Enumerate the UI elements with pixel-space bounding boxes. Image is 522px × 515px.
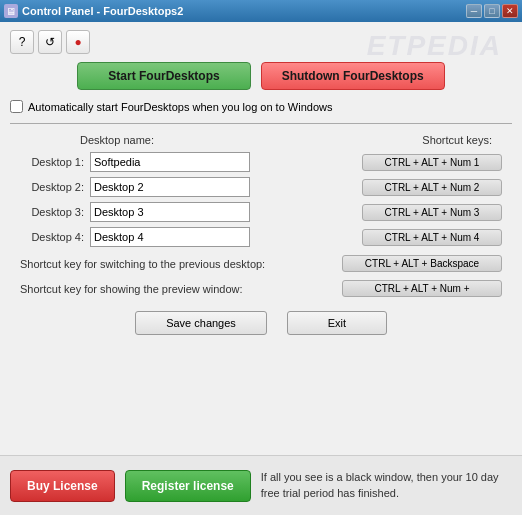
desktop-name-input-1[interactable] [90, 152, 250, 172]
desktop-row: Desktop 3:CTRL + ALT + Num 3 [20, 202, 502, 222]
header-shortcut: Shortcut keys: [422, 134, 492, 146]
top-buttons: Start FourDesktops Shutdown FourDesktops [10, 62, 512, 90]
desktop-row: Desktop 4:CTRL + ALT + Num 4 [20, 227, 502, 247]
titlebar-left: 🖥 Control Panel - FourDesktops2 [4, 4, 183, 18]
titlebar: 🖥 Control Panel - FourDesktops2 ─ □ ✕ [0, 0, 522, 22]
buy-license-button[interactable]: Buy License [10, 470, 115, 502]
shortcut-info-button-2[interactable]: CTRL + ALT + Num + [342, 280, 502, 297]
desktop-label-2: Desktop 2: [20, 181, 90, 193]
close-button[interactable]: ✕ [502, 4, 518, 18]
desktop-label-4: Desktop 4: [20, 231, 90, 243]
desktop-label-3: Desktop 3: [20, 206, 90, 218]
app-icon: 🖥 [4, 4, 18, 18]
desktop-label-1: Desktop 1: [20, 156, 90, 168]
autostart-row: Automatically start FourDesktops when yo… [10, 100, 512, 113]
desktop-rows: Desktop 1:CTRL + ALT + Num 1Desktop 2:CT… [20, 152, 502, 247]
divider [10, 123, 512, 124]
shortcut-info-button-1[interactable]: CTRL + ALT + Backspace [342, 255, 502, 272]
stop-button[interactable]: ● [66, 30, 90, 54]
register-license-button[interactable]: Register license [125, 470, 251, 502]
shortcut-info-row-2: Shortcut key for showing the preview win… [10, 280, 512, 297]
toolbar: ? ↺ ● [10, 30, 512, 54]
titlebar-controls: ─ □ ✕ [466, 4, 518, 18]
main-panel: ? ↺ ● Start FourDesktops Shutdown FourDe… [0, 22, 522, 455]
autostart-label: Automatically start FourDesktops when yo… [28, 101, 332, 113]
shortcut-info-label-1: Shortcut key for switching to the previo… [20, 258, 342, 270]
shortcut-info-rows: Shortcut key for switching to the previo… [10, 255, 512, 297]
bottom-bar: Buy License Register license If all you … [0, 455, 522, 515]
shortcut-button-1[interactable]: CTRL + ALT + Num 1 [362, 154, 502, 171]
titlebar-title: Control Panel - FourDesktops2 [22, 5, 183, 17]
trial-info-text: If all you see is a black window, then y… [261, 470, 512, 501]
shortcut-info-label-2: Shortcut key for showing the preview win… [20, 283, 342, 295]
desktop-area: Desktop name: Shortcut keys: Desktop 1:C… [10, 134, 512, 247]
desktop-table-header: Desktop name: Shortcut keys: [20, 134, 502, 146]
shutdown-fourdesktops-button[interactable]: Shutdown FourDesktops [261, 62, 445, 90]
desktop-name-input-2[interactable] [90, 177, 250, 197]
autostart-checkbox[interactable] [10, 100, 23, 113]
desktop-name-input-4[interactable] [90, 227, 250, 247]
header-name: Desktop name: [80, 134, 154, 146]
refresh-button[interactable]: ↺ [38, 30, 62, 54]
minimize-button[interactable]: ─ [466, 4, 482, 18]
exit-button[interactable]: Exit [287, 311, 387, 335]
shortcut-button-3[interactable]: CTRL + ALT + Num 3 [362, 204, 502, 221]
action-buttons: Save changes Exit [10, 311, 512, 335]
shortcut-info-row-1: Shortcut key for switching to the previo… [10, 255, 512, 272]
desktop-row: Desktop 2:CTRL + ALT + Num 2 [20, 177, 502, 197]
save-changes-button[interactable]: Save changes [135, 311, 267, 335]
help-button[interactable]: ? [10, 30, 34, 54]
start-fourdesktops-button[interactable]: Start FourDesktops [77, 62, 250, 90]
shortcut-button-2[interactable]: CTRL + ALT + Num 2 [362, 179, 502, 196]
shortcut-button-4[interactable]: CTRL + ALT + Num 4 [362, 229, 502, 246]
maximize-button[interactable]: □ [484, 4, 500, 18]
desktop-row: Desktop 1:CTRL + ALT + Num 1 [20, 152, 502, 172]
desktop-name-input-3[interactable] [90, 202, 250, 222]
